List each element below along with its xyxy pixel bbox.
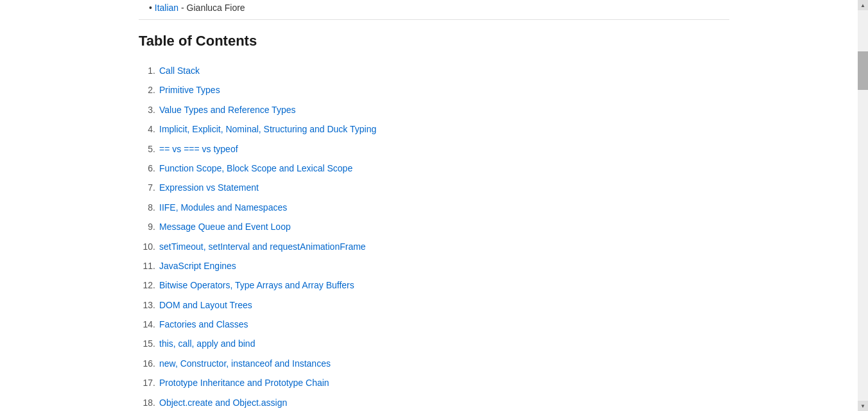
toc-item-number: 13.	[139, 300, 159, 310]
toc-item: 8.IIFE, Modules and Namespaces	[139, 198, 729, 217]
top-bullet-item: Italian - Gianluca Fiore	[139, 0, 729, 19]
toc-item-number: 7.	[139, 182, 159, 193]
toc-item: 10.setTimeout, setInterval and requestAn…	[139, 237, 729, 256]
toc-item-link[interactable]: Object.create and Object.assign	[159, 396, 287, 410]
scrollbar-thumb[interactable]	[858, 51, 868, 90]
toc-item-number: 9.	[139, 222, 159, 232]
toc-item-link[interactable]: Function Scope, Block Scope and Lexical …	[159, 161, 352, 175]
toc-item-link[interactable]: == vs === vs typeof	[159, 142, 238, 156]
toc-item: 7.Expression vs Statement	[139, 178, 729, 197]
toc-item-link[interactable]: Message Queue and Event Loop	[159, 220, 291, 234]
toc-item: 6.Function Scope, Block Scope and Lexica…	[139, 159, 729, 178]
content-area: Italian - Gianluca Fiore Table of Conten…	[126, 0, 742, 411]
toc-item-link[interactable]: Implicit, Explicit, Nominal, Structuring…	[159, 122, 376, 136]
toc-item-number: 15.	[139, 338, 159, 349]
scrollbar-arrow-down[interactable]: ▼	[858, 401, 868, 411]
toc-item-link[interactable]: Prototype Inheritance and Prototype Chai…	[159, 376, 329, 390]
toc-item-link[interactable]: Primitive Types	[159, 83, 220, 97]
toc-item: 5.== vs === vs typeof	[139, 139, 729, 159]
toc-item-number: 3.	[139, 105, 159, 115]
toc-item: 9.Message Queue and Event Loop	[139, 217, 729, 236]
toc-item-number: 11.	[139, 261, 159, 271]
toc-item: 2.Primitive Types	[139, 80, 729, 100]
italian-link[interactable]: Italian	[155, 3, 178, 13]
toc-item: 17.Prototype Inheritance and Prototype C…	[139, 373, 729, 392]
toc-item-number: 8.	[139, 202, 159, 213]
toc-item: 18.Object.create and Object.assign	[139, 393, 729, 411]
toc-item-number: 4.	[139, 124, 159, 134]
toc-item-link[interactable]: DOM and Layout Trees	[159, 298, 252, 312]
section-divider	[139, 19, 729, 20]
toc-item: 14.Factories and Classes	[139, 315, 729, 334]
scrollbar-track: ▲ ▼	[858, 0, 868, 411]
toc-item-link[interactable]: Value Types and Reference Types	[159, 103, 295, 117]
toc-item: 13.DOM and Layout Trees	[139, 295, 729, 315]
toc-item: 16.new, Constructor, instanceof and Inst…	[139, 354, 729, 373]
toc-item-link[interactable]: Expression vs Statement	[159, 180, 259, 195]
toc-item-number: 10.	[139, 241, 159, 252]
toc-item-link[interactable]: setTimeout, setInterval and requestAnima…	[159, 240, 366, 254]
bullet-suffix: - Gianluca Fiore	[178, 3, 245, 13]
toc-item-link[interactable]: Factories and Classes	[159, 317, 248, 331]
scrollbar-arrow-up[interactable]: ▲	[858, 0, 868, 10]
toc-item-number: 6.	[139, 163, 159, 173]
toc-item: 12.Bitwise Operators, Type Arrays and Ar…	[139, 275, 729, 295]
toc-item: 4.Implicit, Explicit, Nominal, Structuri…	[139, 119, 729, 139]
toc-item-link[interactable]: JavaScript Engines	[159, 259, 236, 273]
toc-list: 1.Call Stack2.Primitive Types3.Value Typ…	[139, 61, 729, 411]
toc-item-link[interactable]: IIFE, Modules and Namespaces	[159, 200, 287, 214]
toc-item: 15.this, call, apply and bind	[139, 334, 729, 353]
toc-item-number: 17.	[139, 378, 159, 388]
toc-item: 3.Value Types and Reference Types	[139, 100, 729, 119]
toc-item-link[interactable]: Bitwise Operators, Type Arrays and Array…	[159, 278, 354, 292]
toc-item-number: 5.	[139, 144, 159, 154]
toc-item-number: 1.	[139, 66, 159, 76]
toc-item: 1.Call Stack	[139, 61, 729, 80]
toc-title: Table of Contents	[139, 33, 729, 49]
toc-item-number: 16.	[139, 358, 159, 369]
toc-item-number: 2.	[139, 85, 159, 95]
toc-item-number: 14.	[139, 319, 159, 329]
toc-item-link[interactable]: new, Constructor, instanceof and Instanc…	[159, 356, 331, 371]
toc-item: 11.JavaScript Engines	[139, 256, 729, 275]
toc-item-number: 12.	[139, 280, 159, 290]
toc-item-link[interactable]: Call Stack	[159, 64, 200, 78]
page-wrapper: ▲ ▼ Italian - Gianluca Fiore Table of Co…	[0, 0, 868, 411]
toc-item-link[interactable]: this, call, apply and bind	[159, 337, 255, 351]
toc-item-number: 18.	[139, 398, 159, 408]
